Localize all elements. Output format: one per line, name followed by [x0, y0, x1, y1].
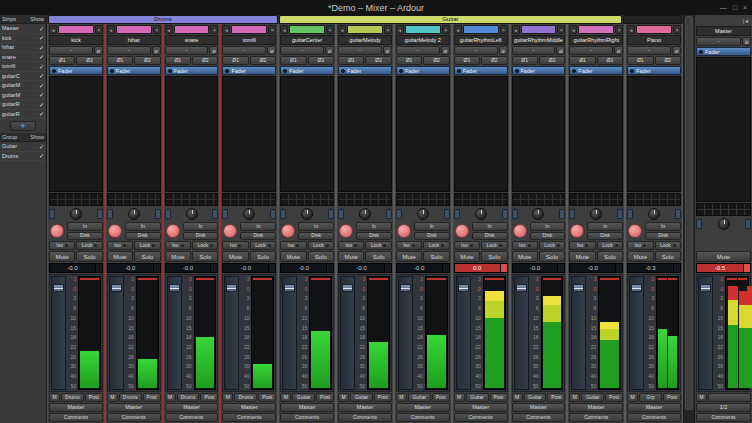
- gain-display[interactable]: -0.3: [627, 263, 681, 273]
- gain-display[interactable]: -0.0: [280, 263, 334, 273]
- pan-right-button[interactable]: [328, 209, 334, 219]
- group-tab-Guitar[interactable]: Guitar: [279, 15, 622, 24]
- trim-button[interactable]: ⌀: [499, 46, 508, 55]
- input-button[interactable]: -: [569, 46, 613, 55]
- pan-left-button[interactable]: [107, 209, 113, 219]
- track-color-chip[interactable]: [289, 25, 325, 34]
- solo-lock-button[interactable]: Lock: [539, 241, 565, 250]
- solo-button[interactable]: Solo: [134, 251, 160, 262]
- mute-button[interactable]: Mute: [627, 251, 653, 262]
- input-button[interactable]: -: [107, 46, 151, 55]
- gain-display[interactable]: -0.0: [338, 263, 392, 273]
- peak-indicator[interactable]: [384, 264, 391, 272]
- strip-list-item-hihat[interactable]: hihat✓: [0, 43, 46, 53]
- phase-invert-1-button[interactable]: Ø1: [569, 56, 595, 65]
- monitor-disk-button[interactable]: Disk: [240, 232, 276, 241]
- pan-left-button[interactable]: [338, 209, 344, 219]
- track-color-chip[interactable]: [116, 25, 152, 34]
- comments-button[interactable]: Comments: [396, 413, 450, 422]
- pan-left-button[interactable]: [280, 209, 286, 219]
- solo-isolate-button[interactable]: Iso: [396, 241, 422, 250]
- group-button[interactable]: Drums: [61, 393, 84, 402]
- strip-list-item-tomfil[interactable]: tomfil✓: [0, 62, 46, 72]
- titlebar[interactable]: *Demo – Mixer – Ardour — □ ×: [0, 0, 752, 15]
- master-input-button[interactable]: -: [696, 37, 741, 46]
- peak-indicator[interactable]: [326, 264, 333, 272]
- pan-knob[interactable]: [648, 208, 660, 220]
- phase-invert-1-button[interactable]: Ø1: [49, 56, 75, 65]
- meter-point-button[interactable]: Post: [374, 393, 392, 402]
- solo-isolate-button[interactable]: Iso: [512, 241, 538, 250]
- close-icon[interactable]: ×: [557, 25, 565, 34]
- track-name-button[interactable]: guitarRhythmMiddle: [512, 35, 566, 45]
- trim-button[interactable]: ⌀: [152, 46, 161, 55]
- phase-invert-1-button[interactable]: Ø1: [165, 56, 191, 65]
- pan-knob[interactable]: [70, 208, 82, 220]
- monitor-input-button[interactable]: In: [67, 222, 103, 231]
- meter-point-button[interactable]: Post: [258, 393, 276, 402]
- track-name-button[interactable]: kick: [49, 35, 103, 45]
- monitor-disk-button[interactable]: Disk: [125, 232, 161, 241]
- metering-button[interactable]: M: [569, 393, 580, 402]
- comments-button[interactable]: Comments: [454, 413, 508, 422]
- strip-list-item-snare[interactable]: snare✓: [0, 53, 46, 63]
- gain-fader[interactable]: [398, 276, 413, 390]
- track-name-button[interactable]: hihat: [107, 35, 161, 45]
- meter-point-button[interactable]: Post: [316, 393, 334, 402]
- phase-invert-2-button[interactable]: Ø2: [597, 56, 623, 65]
- peak-indicator[interactable]: [153, 264, 160, 272]
- comments-button[interactable]: Comments: [569, 413, 623, 422]
- monitor-disk-button[interactable]: Disk: [530, 232, 566, 241]
- collapse-strip-list-icon[interactable]: |◄: [743, 18, 749, 24]
- processor-active-led[interactable]: [515, 69, 519, 73]
- master-output-button[interactable]: 1/2: [696, 403, 751, 412]
- mute-button[interactable]: Mute: [222, 251, 248, 262]
- strip-list-item-guitarr[interactable]: guitarR✓: [0, 100, 46, 110]
- meter-point-button[interactable]: Post: [143, 393, 161, 402]
- monitor-input-button[interactable]: In: [530, 222, 566, 231]
- master-fader-handle[interactable]: [700, 284, 711, 292]
- pan-right-button[interactable]: [559, 209, 565, 219]
- track-color-chip[interactable]: [174, 25, 210, 34]
- fader-handle[interactable]: [226, 284, 237, 292]
- peak-indicator[interactable]: [557, 264, 564, 272]
- chevron-left-icon[interactable]: ◂: [454, 25, 462, 34]
- chevron-left-icon[interactable]: ◂: [512, 25, 520, 34]
- peak-indicator[interactable]: [500, 264, 507, 272]
- track-name-button[interactable]: snare: [165, 35, 219, 45]
- visibility-check-icon[interactable]: ✓: [39, 44, 44, 51]
- pan-left-button[interactable]: [569, 209, 575, 219]
- gain-fader[interactable]: [514, 276, 529, 390]
- chevron-left-icon[interactable]: ◂: [165, 25, 173, 34]
- gain-fader[interactable]: [51, 276, 66, 390]
- track-color-chip[interactable]: [636, 25, 672, 34]
- comments-button[interactable]: Comments: [280, 413, 334, 422]
- input-button[interactable]: -: [222, 46, 266, 55]
- solo-lock-button[interactable]: Lock: [655, 241, 681, 250]
- gain-display[interactable]: 0.0: [454, 263, 508, 273]
- phase-invert-1-button[interactable]: Ø1: [338, 56, 364, 65]
- record-arm-button[interactable]: [108, 224, 122, 238]
- input-button[interactable]: -: [49, 46, 93, 55]
- visibility-check-icon[interactable]: ✓: [39, 101, 44, 108]
- monitor-input-button[interactable]: In: [587, 222, 623, 231]
- pan-left-button[interactable]: [696, 219, 702, 229]
- record-arm-button[interactable]: [513, 224, 527, 238]
- master-metering-button[interactable]: M: [696, 393, 707, 402]
- solo-lock-button[interactable]: Lock: [308, 241, 334, 250]
- track-name-button[interactable]: guitarRhythmLeft: [454, 35, 508, 45]
- comments-button[interactable]: Comments: [627, 413, 681, 422]
- mute-button[interactable]: Mute: [338, 251, 364, 262]
- solo-isolate-button[interactable]: Iso: [569, 241, 595, 250]
- trim-button[interactable]: ⌀: [94, 46, 103, 55]
- input-button[interactable]: -: [512, 46, 556, 55]
- master-peak-indicator[interactable]: [743, 264, 750, 272]
- record-arm-button[interactable]: [281, 224, 295, 238]
- trim-button[interactable]: ⌀: [267, 46, 276, 55]
- phase-invert-2-button[interactable]: Ø2: [76, 56, 102, 65]
- maximize-icon[interactable]: □: [733, 4, 737, 11]
- output-button[interactable]: Master: [107, 403, 161, 412]
- phase-invert-1-button[interactable]: Ø1: [454, 56, 480, 65]
- visibility-check-icon[interactable]: ✓: [39, 82, 44, 89]
- processor-active-led[interactable]: [630, 69, 634, 73]
